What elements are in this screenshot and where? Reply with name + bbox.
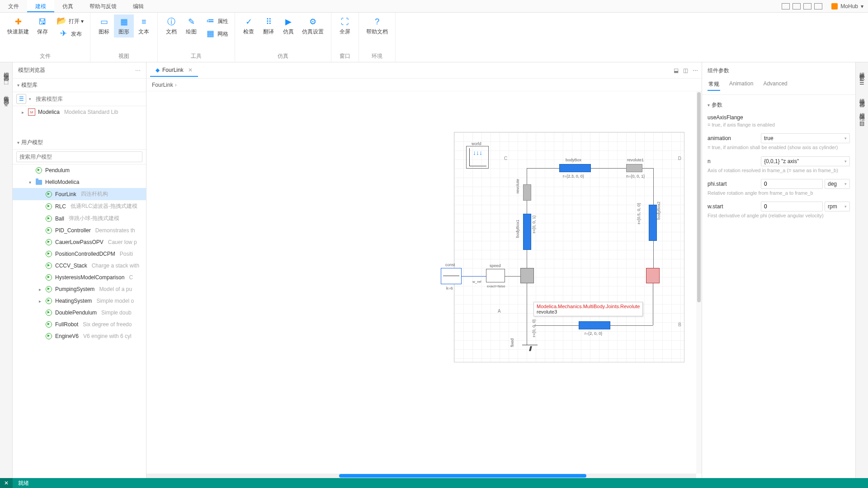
ribbon-simset-button[interactable]: ⚙仿真设置 bbox=[298, 14, 327, 38]
unit-select[interactable]: rpm▾ bbox=[825, 202, 850, 211]
ribbon-open-button[interactable]: 📂打开 ▾ bbox=[53, 14, 86, 27]
unit-select[interactable]: deg▾ bbox=[825, 179, 850, 189]
tree-item-ball[interactable]: Ball弹跳小球-拖拽式建模 bbox=[13, 212, 146, 225]
play-icon bbox=[45, 227, 52, 234]
param-phi.start: phi.startdeg▾ bbox=[708, 176, 850, 190]
ribbon-textview-button[interactable]: ≡文本 bbox=[134, 14, 154, 38]
node-revolute3[interactable] bbox=[520, 268, 534, 283]
brand[interactable]: MoHub ▾ bbox=[827, 0, 868, 12]
ribbon-grid-button[interactable]: ▦网格 bbox=[202, 27, 231, 40]
tree-item-hellomodelica[interactable]: ▾HelloModelica bbox=[13, 176, 146, 188]
ribbon-helpdoc-button[interactable]: ?帮助文档 bbox=[363, 14, 392, 38]
tree-item-fourlink[interactable]: FourLink四连杆机构 bbox=[13, 188, 146, 200]
node-bodybox1[interactable] bbox=[523, 214, 531, 250]
vtab-component-browser[interactable]: 组件浏览器 bbox=[857, 92, 867, 100]
node-fixed[interactable]: //// bbox=[522, 345, 538, 352]
tree-item-cccv_stack[interactable]: CCCV_StackCharge a stack with bbox=[13, 260, 146, 272]
more-icon[interactable]: ⋯ bbox=[135, 67, 141, 74]
status-close-icon[interactable]: ✕ bbox=[0, 478, 13, 488]
window-layout-icons[interactable] bbox=[782, 0, 827, 12]
expand-icon[interactable]: ▸ bbox=[37, 287, 42, 292]
param-w.start: w.startrpm▾ bbox=[708, 199, 850, 212]
canvas-vertical-scrollbar[interactable] bbox=[696, 91, 702, 474]
ribbon-new-button[interactable]: ✚快速新建 bbox=[4, 14, 33, 38]
info-icon: ▤ bbox=[859, 120, 864, 127]
tree-item-fullrobot[interactable]: FullRobotSix degree of freedo bbox=[13, 319, 146, 330]
node-bodybox[interactable] bbox=[559, 164, 591, 172]
ribbon-draw-button[interactable]: ✎绘图 bbox=[181, 14, 201, 38]
menu-help[interactable]: 帮助与反馈 bbox=[81, 0, 125, 12]
menu-edit[interactable]: 编辑 bbox=[125, 0, 152, 12]
vtab-model-props[interactable]: 模型属性 bbox=[857, 107, 867, 114]
modellib-search-input[interactable] bbox=[34, 94, 142, 104]
ribbon-publish-button[interactable]: ✈发布 bbox=[53, 27, 86, 40]
ribbon-translate-button[interactable]: ⠿翻译 bbox=[259, 14, 278, 38]
model-icon: ◆ bbox=[156, 67, 160, 73]
expand-icon[interactable]: ▾ bbox=[27, 180, 33, 185]
ribbon-props-button[interactable]: ≔属性 bbox=[202, 14, 231, 27]
chevron-down-icon[interactable]: ▾ bbox=[29, 97, 31, 101]
close-icon[interactable]: ✕ bbox=[188, 67, 193, 73]
usermodel-header[interactable]: ▾ 用户模型 bbox=[13, 136, 146, 150]
menu-modeling[interactable]: 建模 bbox=[27, 0, 54, 12]
modellib-header[interactable]: ▾ 模型库 bbox=[13, 79, 146, 92]
vtab-component-params[interactable]: 组件参数 bbox=[857, 66, 867, 73]
tree-item-hysteresismodelcomparison[interactable]: HysteresisModelComparisonC bbox=[13, 272, 146, 283]
list-icon: ☰ bbox=[859, 80, 864, 86]
ribbon-fullscreen-button[interactable]: ⛶全屏 bbox=[335, 14, 355, 38]
menu-file[interactable]: 文件 bbox=[0, 0, 27, 12]
tree-item-rlc[interactable]: RLC低通RLC滤波器-拖拽式建模 bbox=[13, 200, 146, 212]
node-speed[interactable] bbox=[486, 269, 505, 282]
ribbon-save-button[interactable]: 🖫保存 bbox=[33, 14, 52, 38]
tree-item-pumpingsystem[interactable]: ▸PumpingSystemModel of a pu bbox=[13, 283, 146, 295]
param-group-title[interactable]: ▾ 参数 bbox=[708, 99, 850, 112]
ribbon-iconview-button[interactable]: ▭图标 bbox=[94, 14, 114, 38]
vtab-model-browser[interactable]: 模型浏览器 bbox=[1, 66, 11, 74]
ribbon-doc-button[interactable]: ⓘ文档 bbox=[161, 14, 181, 38]
tree-item-heatingsystem[interactable]: ▸HeatingSystemSimple model o bbox=[13, 295, 146, 307]
tree-item-enginev6[interactable]: EngineV6V6 engine with 6 cyl bbox=[13, 330, 146, 342]
input-w.start[interactable] bbox=[761, 202, 823, 211]
more-icon[interactable]: ⋯ bbox=[693, 67, 698, 74]
ptab-animation[interactable]: Animation bbox=[728, 79, 754, 91]
play-icon bbox=[45, 203, 52, 210]
select-animation[interactable]: true▾ bbox=[761, 133, 850, 143]
tree-item-pendulum[interactable]: Pendulum bbox=[13, 164, 146, 176]
ribbon-check-button[interactable]: ✓检查 bbox=[239, 14, 259, 38]
tree-item-doublependulum[interactable]: DoublePendulumSimple doub bbox=[13, 307, 146, 319]
corner-b: B bbox=[678, 322, 681, 327]
breadcrumb[interactable]: FourLink › bbox=[146, 79, 702, 91]
play-icon bbox=[45, 191, 52, 198]
tab-fourlink[interactable]: ◆ FourLink ✕ bbox=[150, 64, 198, 77]
node-bodybox2[interactable] bbox=[649, 205, 657, 241]
node-revolute2[interactable] bbox=[646, 268, 660, 283]
usermodel-search-input[interactable] bbox=[16, 151, 142, 162]
ptab-general[interactable]: 常规 bbox=[708, 79, 720, 91]
input-phi.start[interactable] bbox=[761, 179, 823, 189]
menu-simulation[interactable]: 仿真 bbox=[54, 0, 81, 12]
diagram-canvas[interactable]: C D A B ↓↓↓ world bodyBox r={2.3, 0, 0} bbox=[146, 91, 702, 478]
split-icon[interactable]: ◫ bbox=[683, 67, 688, 74]
expand-icon[interactable]: ▸ bbox=[20, 110, 25, 115]
node-bodybox-bottom[interactable] bbox=[579, 321, 610, 329]
tree-item-pid_controller[interactable]: PID_ControllerDemonstrates th bbox=[13, 225, 146, 236]
node-revolute[interactable] bbox=[523, 184, 531, 201]
ribbon-simulate-button[interactable]: ▶仿真 bbox=[278, 14, 298, 38]
node-const[interactable] bbox=[441, 268, 462, 284]
tree-item-positioncontrolleddcpm[interactable]: PositionControlledDCPMPositi bbox=[13, 248, 146, 260]
canvas-horizontal-scrollbar[interactable] bbox=[146, 474, 696, 478]
library-root[interactable]: ▸ M Modelica Modelica Standard Lib bbox=[13, 106, 146, 118]
chart-icon: ≈ bbox=[5, 102, 8, 108]
modellib-search: ☰ ▾ bbox=[13, 92, 146, 106]
param-animation: animationtrue▾ bbox=[708, 131, 850, 144]
ptab-advanced[interactable]: Advanced bbox=[762, 79, 788, 91]
vtab-sim-browser[interactable]: 仿真浏览器 bbox=[1, 89, 11, 98]
expand-icon[interactable]: ▸ bbox=[37, 299, 42, 304]
ribbon-diagramview-button[interactable]: ▦图形 bbox=[114, 14, 134, 38]
filter-icon[interactable]: ☰ bbox=[16, 94, 26, 104]
node-revolute1[interactable] bbox=[626, 164, 642, 172]
layout-icon[interactable]: ⬓ bbox=[674, 67, 679, 74]
main: 模型浏览器 ⬚ 仿真浏览器 ≈ 模型浏览器 ⋯ ▾ 模型库 ☰ ▾ ▸ M Mo… bbox=[0, 62, 868, 478]
tree-item-cauerlowpassopv[interactable]: CauerLowPassOPVCauer low p bbox=[13, 236, 146, 248]
select-n[interactable]: {0,0,1} "z axis"▾ bbox=[761, 156, 850, 166]
